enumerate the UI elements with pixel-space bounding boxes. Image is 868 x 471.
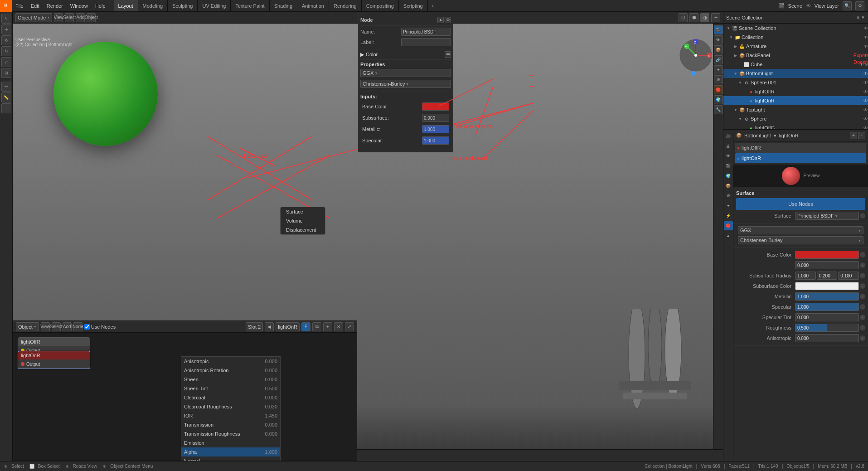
slot-prev-btn[interactable]: ◀	[265, 322, 274, 331]
menu-edit[interactable]: Edit	[27, 0, 43, 11]
context-displacement[interactable]: Displacement	[281, 225, 325, 234]
use-nodes-checkbox[interactable]	[84, 324, 90, 330]
tab-sculpting[interactable]: Sculpting	[168, 0, 198, 11]
toolbar-cursor[interactable]: ✛	[1, 24, 11, 34]
mat-slot-lightoffr[interactable]: ● lightOffR	[735, 143, 866, 153]
roughness-slider[interactable]: 0.500	[795, 324, 859, 332]
input-subsurface[interactable]: Subsurface: 0.000	[360, 112, 451, 123]
menu-window[interactable]: Window	[67, 0, 92, 11]
subsurface-method-dropdown[interactable]: Christensen-Burley ▼	[738, 236, 863, 244]
viewport-shading-material[interactable]: ◑	[700, 13, 709, 22]
props-tab-view[interactable]: 👁	[724, 151, 733, 160]
props-tab-world[interactable]: 🌍	[724, 171, 733, 180]
outliner-lightoffr[interactable]: ● lightOffR 👁	[723, 87, 868, 96]
mat-expand-btn[interactable]: ⤢	[345, 322, 354, 331]
node-editor-type[interactable]: Object ▼	[16, 322, 39, 331]
node-canvas[interactable]: lightOffR Output lightOnR Output Anisotr…	[13, 333, 357, 461]
tab-scripting[interactable]: Scripting	[399, 0, 428, 11]
search-btn[interactable]: 🔍	[843, 1, 852, 10]
material-name-dropdown[interactable]: lightOnR	[276, 322, 300, 331]
mat-copy-btn[interactable]: ⧉	[312, 322, 321, 331]
outliner-armature[interactable]: ▶ 💪 Armature 👁	[723, 42, 868, 51]
node-add-btn[interactable]: Add	[63, 322, 72, 331]
toolbar-add-obj[interactable]: +	[1, 103, 11, 113]
viewport-shading-solid[interactable]: ⬢	[689, 13, 698, 22]
use-nodes-btn[interactable]: Use Nodes	[736, 198, 865, 210]
viewport-object-btn[interactable]: Object	[87, 13, 96, 22]
subsurface-color-value[interactable]	[795, 282, 859, 290]
outliner-lightoffg[interactable]: ● lightOffG 👁	[723, 123, 868, 129]
specular-tint-dot[interactable]: ·	[860, 315, 865, 320]
subsurface-method-val[interactable]: Christensen-Burley ▼	[360, 80, 451, 88]
distribution-dropdown[interactable]: GGX ▼	[738, 226, 863, 234]
socket-normal[interactable]: Normal	[181, 456, 280, 461]
settings-btn[interactable]: ⚙	[855, 1, 864, 10]
outliner-collection[interactable]: ▼ 📁 Collection 👁	[723, 33, 868, 42]
tab-uv-editing[interactable]: UV Editing	[198, 0, 231, 11]
viewport-select-btn[interactable]: Select	[65, 13, 74, 22]
socket-alpha[interactable]: Alpha1.000	[181, 447, 280, 456]
metallic-dot[interactable]: ·	[860, 294, 865, 299]
ss-r[interactable]: 1.000	[795, 272, 816, 280]
side-tab-material[interactable]: 🔴	[714, 85, 723, 94]
tab-modeling[interactable]: Modeling	[138, 0, 168, 11]
props-tab-scene[interactable]: 🎬	[724, 161, 733, 170]
props-tab-output[interactable]: 🖨	[724, 141, 733, 151]
add-workspace-btn[interactable]: +	[428, 0, 438, 11]
props-tab-data[interactable]: ▲	[724, 231, 733, 240]
toolbar-transform[interactable]: ⊞	[1, 68, 11, 78]
input-base-color[interactable]: Base Color	[360, 101, 451, 112]
node-node-btn[interactable]: Node	[73, 322, 82, 331]
socket-clearcoat-roughness[interactable]: Clearcoat Roughness0.030	[181, 402, 280, 411]
context-volume[interactable]: Volume	[281, 216, 325, 225]
socket-sheen-tint[interactable]: Sheen Tint0.500	[181, 384, 280, 393]
input-specular[interactable]: Specular: 1.000	[360, 135, 451, 146]
props-tab-phys[interactable]: ⚡	[724, 211, 733, 220]
side-tab-world[interactable]: 🌍	[714, 95, 723, 104]
mat-new-btn[interactable]: +	[323, 322, 332, 331]
viewport-add-btn[interactable]: Add	[76, 13, 85, 22]
menu-help[interactable]: Help	[92, 0, 109, 11]
side-tab-tools[interactable]: 🔧	[714, 105, 723, 114]
input-metallic-value[interactable]: 1.000	[422, 125, 449, 133]
props-tab-mod[interactable]: ⚙	[724, 191, 733, 200]
outliner-toplight[interactable]: ▼ 📦 TopLight 👁	[723, 105, 868, 114]
socket-anisotropic[interactable]: Anisotropic0.000	[181, 357, 280, 366]
props-tab-object[interactable]: 📦	[724, 181, 733, 190]
base-color-dot[interactable]: ·	[860, 252, 865, 257]
ss-radius-dot[interactable]: ·	[860, 273, 865, 278]
toolbar-select[interactable]: ↖	[1, 14, 11, 24]
outliner-cube[interactable]: ⬜ Cube 👁 ⊙	[723, 60, 868, 69]
toolbar-measure[interactable]: 📏	[1, 92, 11, 102]
distribution-val[interactable]: GGX ▼	[360, 69, 451, 77]
node-lightonr[interactable]: lightOnR Output	[18, 351, 90, 369]
blender-logo[interactable]: B	[0, 0, 12, 12]
roughness-dot[interactable]: ·	[860, 325, 865, 330]
ss-b[interactable]: 0.100	[838, 272, 859, 280]
viewport-shading-wire[interactable]: ⬡	[679, 13, 688, 22]
use-nodes-checkbox-label[interactable]: Use Nodes	[84, 324, 116, 330]
socket-aniso-rot[interactable]: Anisotropic Rotation0.000	[181, 366, 280, 375]
node-settings-icon[interactable]: ⚙	[445, 17, 451, 23]
outliner-backpanel[interactable]: ▶ 📦 BackPanel 👁	[723, 51, 868, 60]
specular-tint-slider[interactable]: 0.000	[795, 313, 859, 321]
tab-layout[interactable]: Layout	[114, 0, 138, 11]
metallic-slider[interactable]: 1.000	[795, 292, 859, 301]
nav-gizmo[interactable]: X Y Z	[678, 37, 714, 73]
toolbar-annotate[interactable]: ✏	[1, 82, 11, 92]
socket-sheen[interactable]: Sheen0.000	[181, 375, 280, 384]
object-mode-dropdown[interactable]: Object Mode ▼	[15, 13, 52, 22]
input-metallic[interactable]: Metallic: 1.000	[360, 124, 451, 135]
anisotropic-slider[interactable]: 0.000	[795, 334, 859, 342]
socket-emission[interactable]: Emission	[181, 438, 280, 447]
menu-render[interactable]: Render	[43, 0, 67, 11]
context-surface[interactable]: Surface	[281, 207, 325, 216]
socket-ior[interactable]: IOR1.450	[181, 411, 280, 420]
tab-texture-paint[interactable]: Texture Paint	[231, 0, 269, 11]
menu-file[interactable]: File	[12, 0, 27, 11]
toolbar-move[interactable]: ✥	[1, 35, 11, 45]
socket-trans-roughness[interactable]: Transmission Roughness0.000	[181, 429, 280, 438]
specular-slider[interactable]: 1.000	[795, 303, 859, 311]
side-tab-object[interactable]: 📦	[714, 45, 723, 54]
ss-color-dot[interactable]: ·	[860, 283, 865, 289]
